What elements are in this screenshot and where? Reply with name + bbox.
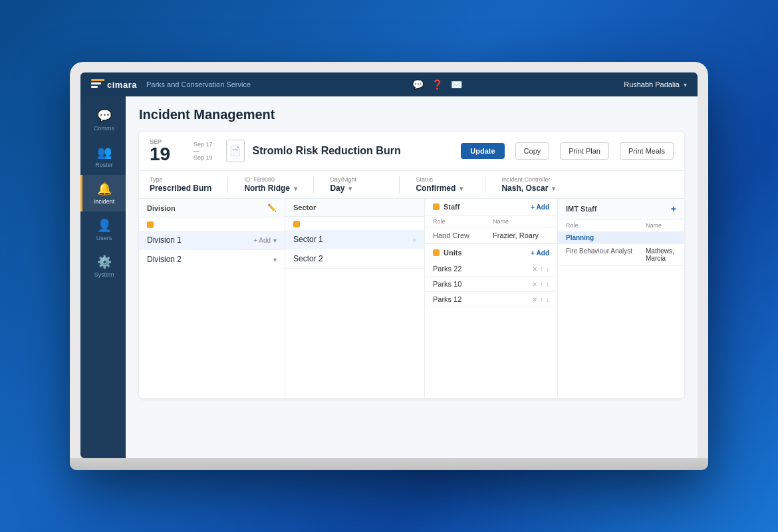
- division-chevron-icon[interactable]: ▾: [273, 237, 277, 244]
- unit-3-up-icon[interactable]: ↑: [540, 296, 543, 303]
- meta-divider-1: [227, 176, 228, 193]
- sector-name-2: Sector 2: [293, 254, 416, 263]
- sidebar-item-comms[interactable]: 💬 Comms: [80, 102, 126, 138]
- document-icon: 📄: [226, 140, 245, 162]
- imt-add-button[interactable]: +: [671, 203, 676, 214]
- staff-row-1[interactable]: Hand Crew Frazier, Roary: [425, 228, 557, 243]
- controller-dropdown-icon[interactable]: ▾: [552, 185, 555, 192]
- unit-1-down-icon[interactable]: ↓: [546, 265, 549, 273]
- staff-col-headers: Role Name: [425, 215, 557, 228]
- imt-role-1: Fire Behaviour Analyst: [566, 247, 646, 255]
- main-layout: 💬 Comms 👥 Roster 🔔 Incident 👤 Users ⚙️: [80, 96, 698, 458]
- imt-column: IMT Staff + Role Name Planning Fire Beha…: [558, 199, 684, 398]
- unit-2-down-icon[interactable]: ↓: [546, 281, 549, 288]
- status-label: Status: [416, 176, 469, 183]
- page-title: Incident Management: [139, 107, 684, 122]
- staff-role-header: Role: [433, 218, 486, 225]
- id-value: North Ridge ▾: [244, 184, 297, 193]
- imt-role-header: Role: [566, 222, 646, 229]
- unit-2-up-icon[interactable]: ↑: [540, 281, 543, 288]
- unit-2-x-icon[interactable]: ✕: [532, 281, 537, 288]
- sector-header-title: Sector: [293, 203, 316, 211]
- user-name: Rushabh Padalia: [624, 80, 680, 88]
- imt-group-planning: Planning: [558, 232, 684, 244]
- imt-row-1[interactable]: Fire Behaviour Analyst Mathews, Marcia: [558, 244, 684, 266]
- sidebar-item-system[interactable]: ⚙️ System: [80, 248, 126, 285]
- division-name-2: Division 2: [147, 255, 273, 264]
- meta-row: Type Prescribed Burn ID: FB9080 North Ri…: [139, 171, 684, 199]
- staff-yellow-indicator: [433, 203, 440, 210]
- staff-section-header: Staff + Add: [425, 199, 557, 215]
- staff-column: Staff + Add Role Name Hand Crew Frazier,…: [425, 199, 558, 398]
- units-yellow-indicator: [433, 249, 440, 256]
- unit-1-actions: ✕ ↑ ↓: [532, 265, 549, 273]
- top-nav-left: cimara Parks and Conservation Service: [91, 79, 251, 90]
- content-area: Incident Management Sep 19 Sep 17 — Sep …: [126, 96, 698, 458]
- units-title: Units: [433, 249, 462, 257]
- org-name: Parks and Conservation Service: [146, 80, 251, 88]
- top-nav: cimara Parks and Conservation Service 💬 …: [80, 72, 698, 96]
- date-block: Sep 19: [150, 138, 183, 164]
- sidebar-label-users: Users: [96, 235, 112, 241]
- users-icon: 👤: [97, 218, 112, 233]
- unit-row-1[interactable]: Parks 22 ✕ ↑ ↓: [425, 261, 557, 277]
- unit-name-1: Parks 22: [433, 265, 532, 273]
- body-grid: Division ✏️ Division 1 + Add ▾: [139, 199, 684, 398]
- daynight-label: Day/Night: [330, 176, 383, 183]
- daynight-dropdown-icon[interactable]: ▾: [348, 185, 352, 192]
- division-name-1: Division 1: [147, 235, 253, 245]
- division-1-actions: + Add ▾: [253, 237, 277, 244]
- comms-icon: 💬: [97, 108, 112, 123]
- top-nav-right: Rushabh Padalia ▾: [624, 80, 687, 88]
- status-value: Confirmed ▾: [416, 184, 469, 193]
- sector-col-header: Sector: [285, 199, 424, 217]
- division-edit-icon[interactable]: ✏️: [267, 203, 277, 212]
- division-header-title: Division: [147, 204, 176, 212]
- unit-1-x-icon[interactable]: ✕: [532, 265, 537, 273]
- update-button[interactable]: Update: [461, 143, 504, 159]
- print-plan-button[interactable]: Print Plan: [560, 142, 609, 160]
- staff-role-1: Hand Crew: [433, 231, 486, 239]
- division-row-2[interactable]: Division 2 ▾: [139, 250, 285, 269]
- meta-id: ID: FB9080 North Ridge ▾: [244, 176, 297, 193]
- print-meals-button[interactable]: Print Meals: [620, 142, 674, 160]
- unit-name-2: Parks 10: [433, 280, 532, 288]
- unit-name-3: Parks 12: [433, 295, 532, 303]
- mail-icon[interactable]: ✉️: [451, 79, 462, 90]
- system-icon: ⚙️: [97, 255, 112, 269]
- sidebar-item-incident[interactable]: 🔔 Incident: [80, 175, 126, 211]
- unit-3-x-icon[interactable]: ✕: [532, 296, 537, 303]
- type-label: Type: [150, 176, 211, 183]
- type-value: Prescribed Burn: [150, 184, 211, 193]
- chat-icon[interactable]: 💬: [412, 79, 424, 90]
- unit-row-3[interactable]: Parks 12 ✕ ↑ ↓: [425, 292, 557, 307]
- incident-title: Stromlo Risk Reduction Burn: [253, 145, 454, 157]
- date-range-end: Sep 19: [194, 154, 213, 161]
- sector-row-2[interactable]: Sector 2: [285, 249, 424, 269]
- logo-icon: [91, 79, 104, 90]
- sector-row-1[interactable]: Sector 1 ○: [285, 230, 424, 249]
- help-icon[interactable]: ❓: [432, 79, 443, 90]
- division-2-chevron-icon[interactable]: ▾: [273, 256, 277, 263]
- id-dropdown-icon[interactable]: ▾: [294, 185, 297, 192]
- staff-name-header: Name: [493, 218, 549, 225]
- unit-row-2[interactable]: Parks 10 ✕ ↑ ↓: [425, 277, 557, 292]
- unit-1-up-icon[interactable]: ↑: [540, 265, 543, 273]
- id-label: ID: FB9080: [244, 176, 297, 183]
- sector-column: Sector Sector 1 ○ Sector 2: [285, 199, 425, 398]
- staff-add-button[interactable]: + Add: [531, 203, 549, 211]
- laptop-outer: cimara Parks and Conservation Service 💬 …: [70, 62, 708, 470]
- units-add-button[interactable]: + Add: [531, 249, 549, 257]
- status-dropdown-icon[interactable]: ▾: [459, 185, 463, 192]
- sidebar-item-users[interactable]: 👤 Users: [80, 211, 126, 248]
- division-add-link[interactable]: + Add: [253, 237, 271, 244]
- unit-3-actions: ✕ ↑ ↓: [532, 296, 549, 303]
- sidebar-item-roster[interactable]: 👥 Roster: [80, 138, 126, 175]
- unit-3-down-icon[interactable]: ↓: [546, 296, 549, 303]
- user-chevron-icon[interactable]: ▾: [684, 81, 687, 88]
- copy-button[interactable]: Copy: [515, 142, 550, 160]
- division-row-1[interactable]: Division 1 + Add ▾: [139, 231, 285, 250]
- sector-circle-icon[interactable]: ○: [412, 236, 416, 243]
- meta-divider-3: [399, 176, 400, 193]
- meta-daynight: Day/Night Day ▾: [330, 176, 383, 193]
